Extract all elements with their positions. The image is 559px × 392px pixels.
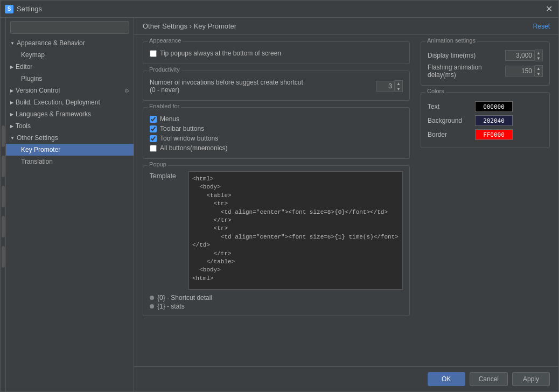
sidebar-item-languages[interactable]: ▶ Languages & Frameworks bbox=[6, 108, 134, 120]
menus-label: Menus bbox=[160, 115, 179, 123]
invocations-spin-up[interactable]: ▲ bbox=[395, 81, 402, 86]
sidebar-item-version-control[interactable]: ▶ Version Control ⚙ bbox=[6, 85, 134, 96]
menus-checkbox[interactable] bbox=[150, 116, 157, 123]
breadcrumb: Other Settings › Key Promoter bbox=[143, 22, 236, 30]
invocations-spin-down[interactable]: ▼ bbox=[395, 86, 402, 92]
toolbar-row: Toolbar buttons bbox=[150, 125, 403, 132]
sidebar-item-plugins[interactable]: Plugins bbox=[6, 73, 134, 85]
sidebar-item-other-settings[interactable]: ▼ Other Settings bbox=[6, 132, 134, 144]
flash-delay-spin-down[interactable]: ▼ bbox=[535, 71, 542, 76]
panel-header: Other Settings › Key Promoter Reset bbox=[134, 18, 558, 35]
all-buttons-checkbox[interactable] bbox=[150, 145, 157, 152]
flash-delay-input[interactable] bbox=[505, 66, 535, 76]
tool-window-row: Tool window buttons bbox=[150, 135, 403, 142]
sidebar-item-label: Keymap bbox=[21, 51, 45, 59]
bg-color-hex: 202040 bbox=[483, 117, 505, 124]
sidebar-item-translation[interactable]: Translation bbox=[6, 156, 134, 167]
template-textarea[interactable] bbox=[188, 171, 403, 290]
right-panel: Other Settings › Key Promoter Reset Appe… bbox=[134, 18, 558, 391]
ok-button[interactable]: OK bbox=[428, 372, 465, 386]
left-column: Appearance Tip popups always at the bott… bbox=[143, 41, 410, 360]
display-time-spinner: ▲ ▼ bbox=[505, 50, 543, 61]
flash-delay-spin-up[interactable]: ▲ bbox=[535, 66, 542, 71]
vc-icon: ⚙ bbox=[124, 88, 129, 94]
flash-delay-spinner: ▲ ▼ bbox=[505, 65, 543, 77]
expand-icon: ▼ bbox=[10, 136, 15, 141]
expand-icon: ▶ bbox=[10, 100, 13, 105]
hint-1-text: {0} - Shortcut detail bbox=[157, 294, 212, 302]
invocations-sub-label: (0 - never) bbox=[150, 86, 179, 94]
sidebar-item-label: Plugins bbox=[21, 75, 42, 82]
sidebar-item-label: Build, Execution, Deployment bbox=[16, 99, 100, 106]
expand-icon: ▼ bbox=[10, 41, 15, 46]
sidebar-item-appearance[interactable]: ▼ Appearance & Behavior bbox=[6, 37, 134, 49]
popup-section-title: Popup bbox=[148, 161, 168, 167]
sidebar-item-label: Tools bbox=[16, 122, 31, 130]
bg-color-label: Background bbox=[428, 117, 471, 124]
display-time-spin-up[interactable]: ▲ bbox=[535, 50, 542, 55]
bg-color-swatch[interactable]: 202040 bbox=[475, 115, 513, 126]
border-color-swatch[interactable]: FF0000 bbox=[475, 129, 513, 140]
toolbar-checkbox[interactable] bbox=[150, 125, 157, 132]
sidebar: ▼ Appearance & Behavior Keymap ▶ Editor … bbox=[6, 18, 134, 391]
display-time-input[interactable] bbox=[505, 50, 535, 61]
side-deco-5 bbox=[2, 246, 5, 268]
invocations-main-label: Number of invocations before suggest cre… bbox=[150, 79, 303, 86]
expand-icon: ▶ bbox=[10, 88, 13, 93]
sidebar-item-tools[interactable]: ▶ Tools bbox=[6, 120, 134, 132]
right-column: Animation settings Display time(ms) ▲ ▼ bbox=[421, 41, 550, 360]
display-time-spin-down[interactable]: ▼ bbox=[535, 55, 542, 61]
expand-icon: ▶ bbox=[10, 124, 13, 129]
tool-window-label: Tool window buttons bbox=[160, 135, 218, 142]
side-deco-1 bbox=[2, 125, 5, 147]
hint-item-1: {0} - Shortcut detail bbox=[150, 294, 403, 302]
expand-icon: ▶ bbox=[10, 112, 13, 117]
breadcrumb-current: Key Promoter bbox=[194, 22, 236, 30]
text-color-swatch[interactable]: 000000 bbox=[475, 101, 513, 112]
reset-button[interactable]: Reset bbox=[533, 23, 550, 30]
search-input[interactable] bbox=[10, 21, 129, 34]
border-color-row: Border FF0000 bbox=[428, 129, 543, 140]
sidebar-item-label: Languages & Frameworks bbox=[16, 110, 91, 118]
template-label: Template bbox=[150, 172, 182, 290]
border-color-hex: FF0000 bbox=[483, 131, 505, 138]
hint-item-2: {1} - stats bbox=[150, 303, 403, 310]
sidebar-item-label: Key Promoter bbox=[21, 146, 60, 153]
app-icon: S bbox=[5, 5, 13, 13]
settings-window: S Settings ✕ ▼ Appearance & Behavior bbox=[0, 0, 559, 392]
title-bar-left: S Settings bbox=[5, 5, 42, 13]
side-deco-3 bbox=[2, 186, 5, 207]
sidebar-item-label: Version Control bbox=[16, 87, 60, 94]
apply-button[interactable]: Apply bbox=[512, 372, 550, 386]
hint-dot-1 bbox=[150, 296, 154, 300]
sidebar-item-label: Editor bbox=[16, 63, 32, 71]
enabled-for-section: Enabled for Menus Toolbar buttons Tool w… bbox=[143, 107, 410, 159]
cancel-button[interactable]: Cancel bbox=[470, 372, 508, 386]
animation-section-title: Animation settings bbox=[425, 37, 477, 44]
sidebar-item-keymap[interactable]: Keymap bbox=[6, 49, 134, 61]
appearance-section: Appearance Tip popups always at the bott… bbox=[143, 41, 410, 64]
toolbar-label: Toolbar buttons bbox=[160, 125, 204, 132]
side-decorations bbox=[1, 18, 6, 391]
footer: OK Cancel Apply bbox=[134, 366, 558, 391]
sidebar-item-editor[interactable]: ▶ Editor bbox=[6, 61, 134, 73]
tool-window-checkbox[interactable] bbox=[150, 135, 157, 142]
tip-popups-label: Tip popups always at the bottom of scree… bbox=[160, 50, 281, 57]
side-deco-2 bbox=[2, 156, 5, 177]
sidebar-item-key-promoter[interactable]: Key Promoter bbox=[6, 144, 134, 156]
hint-list: {0} - Shortcut detail {1} - stats bbox=[150, 294, 403, 310]
flash-delay-row: Flashing animation delay(ms) ▲ ▼ bbox=[428, 64, 543, 79]
display-time-row: Display time(ms) ▲ ▼ bbox=[428, 50, 543, 61]
tip-popups-checkbox[interactable] bbox=[150, 50, 157, 57]
breadcrumb-parent: Other Settings bbox=[143, 22, 187, 30]
breadcrumb-separator: › bbox=[190, 22, 194, 30]
invocations-input[interactable] bbox=[376, 81, 395, 92]
invocations-row: Number of invocations before suggest cre… bbox=[150, 79, 403, 94]
display-time-spinner-btns: ▲ ▼ bbox=[535, 50, 543, 61]
sidebar-item-build[interactable]: ▶ Build, Execution, Deployment bbox=[6, 96, 134, 108]
close-button[interactable]: ✕ bbox=[543, 4, 554, 15]
productivity-section: Productivity Number of invocations befor… bbox=[143, 71, 410, 101]
animation-section: Animation settings Display time(ms) ▲ ▼ bbox=[421, 41, 550, 86]
tip-popups-row: Tip popups always at the bottom of scree… bbox=[150, 50, 403, 57]
panel-body: Appearance Tip popups always at the bott… bbox=[134, 35, 558, 366]
